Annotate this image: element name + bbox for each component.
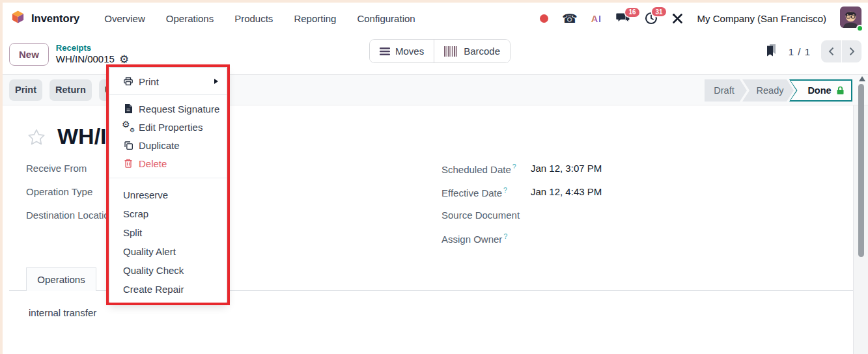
pager-next-button[interactable] <box>841 40 861 62</box>
view-switcher: Moves Barcode <box>369 39 511 63</box>
inventory-app-icon <box>10 9 25 27</box>
breadcrumb-receipts-link[interactable]: Receipts <box>56 43 129 53</box>
submenu-caret-icon <box>214 79 218 84</box>
list-icon <box>380 47 390 56</box>
menu-overview[interactable]: Overview <box>94 8 156 29</box>
messages-badge: 16 <box>625 8 639 17</box>
menu-item-unreserve[interactable]: Unreserve <box>109 185 227 204</box>
menu-item-edit-properties[interactable]: ⚙⚙ Edit Properties <box>109 118 227 136</box>
menu-divider <box>109 178 227 178</box>
print-button[interactable]: Print <box>9 79 42 101</box>
bookmark-icon[interactable] <box>764 44 778 60</box>
scrollbar-up-arrow[interactable] <box>859 76 865 81</box>
pager-counter: 1 / 1 <box>789 46 811 57</box>
breadcrumb: Receipts WH/IN/00015 ⚙ <box>56 43 129 66</box>
copy-icon <box>123 140 133 150</box>
pager-previous-button[interactable] <box>821 40 841 62</box>
help-tooltip: ? <box>503 232 507 240</box>
menu-item-quality-check[interactable]: Quality Check <box>109 261 227 280</box>
gears-icon: ⚙⚙ <box>123 122 133 132</box>
label-destination-location: Destination Location <box>26 210 115 221</box>
help-tooltip: ? <box>512 163 516 170</box>
menu-reporting[interactable]: Reporting <box>283 8 346 29</box>
label-receive-from: Receive From <box>26 163 87 174</box>
document-icon <box>123 103 133 114</box>
company-selector[interactable]: My Company (San Francisco) <box>697 13 826 24</box>
recording-indicator-icon[interactable] <box>540 14 548 23</box>
label-assign-owner: Assign Owner? <box>441 232 507 245</box>
top-navbar: Inventory Overview Operations Products R… <box>3 3 865 34</box>
tab-operations[interactable]: Operations <box>26 267 96 291</box>
ai-assistant-icon[interactable]: AI <box>591 13 602 24</box>
operation-line-text: internal transfer <box>29 307 96 318</box>
menu-products[interactable]: Products <box>224 8 283 29</box>
main-menu: Overview Operations Products Reporting C… <box>94 8 425 29</box>
label-scheduled-date: Scheduled Date? <box>441 163 516 175</box>
breadcrumb-current-record: WH/IN/00015 <box>56 53 115 66</box>
moves-button[interactable]: Moves <box>370 40 434 62</box>
favorite-star-icon[interactable] <box>26 128 47 150</box>
pager-zone: 1 / 1 <box>764 39 861 64</box>
systray: ☎ AI 16 31 My Company (San Francisco) <box>540 7 865 31</box>
activities-clock-icon[interactable]: 31 <box>645 12 658 25</box>
action-gear-icon[interactable]: ⚙ <box>119 54 129 65</box>
tools-icon[interactable] <box>671 12 684 25</box>
menu-item-split[interactable]: Split <box>109 223 227 242</box>
return-button[interactable]: Return <box>49 79 92 101</box>
window-frame-top <box>0 0 868 3</box>
label-source-document: Source Document <box>441 210 520 221</box>
menu-item-create-repair[interactable]: Create Repair <box>109 280 227 299</box>
messages-icon[interactable]: 16 <box>615 12 631 25</box>
menu-divider <box>109 94 227 95</box>
settings-dropdown-menu: Print Request Signature ⚙⚙ Edit Properti… <box>109 67 227 303</box>
label-effective-date: Effective Date? <box>441 186 507 198</box>
app-switcher[interactable]: Inventory <box>10 9 79 27</box>
menu-item-print[interactable]: Print <box>109 72 227 90</box>
printer-icon <box>123 76 133 87</box>
menu-item-delete[interactable]: Delete <box>109 154 227 172</box>
status-pipeline: Draft Ready Done <box>705 79 852 102</box>
window-frame-left <box>0 0 3 354</box>
value-effective-date[interactable]: Jan 12, 4:43 PM <box>531 186 602 197</box>
activities-badge: 31 <box>652 7 665 16</box>
barcode-button[interactable]: Barcode <box>434 40 510 62</box>
menu-item-scrap[interactable]: Scrap <box>109 204 227 223</box>
menu-item-duplicate[interactable]: Duplicate <box>109 136 227 154</box>
online-status-dot <box>856 25 863 32</box>
new-button[interactable]: New <box>9 43 49 66</box>
value-scheduled-date[interactable]: Jan 12, 3:07 PM <box>531 163 602 174</box>
menu-item-quality-alert[interactable]: Quality Alert <box>109 242 227 261</box>
scrollbar-thumb[interactable] <box>858 84 864 257</box>
status-draft[interactable]: Draft <box>705 79 747 102</box>
trash-icon <box>123 158 133 169</box>
app-name: Inventory <box>31 12 79 25</box>
voip-phone-icon[interactable]: ☎ <box>562 12 578 25</box>
status-ready[interactable]: Ready <box>742 79 794 102</box>
status-done[interactable]: Done <box>789 79 852 102</box>
label-operation-type: Operation Type <box>26 186 92 197</box>
menu-item-request-signature[interactable]: Request Signature <box>109 100 227 118</box>
barcode-icon <box>444 46 458 57</box>
user-avatar[interactable] <box>840 7 861 31</box>
menu-configuration[interactable]: Configuration <box>346 8 425 29</box>
menu-operations[interactable]: Operations <box>156 8 224 29</box>
help-tooltip: ? <box>503 186 507 194</box>
lock-icon <box>836 86 845 95</box>
